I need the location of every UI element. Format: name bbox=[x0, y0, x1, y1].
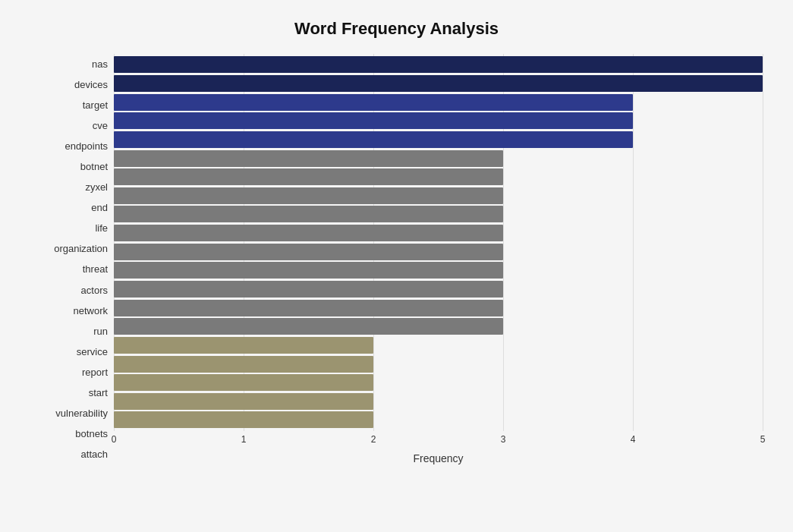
bar bbox=[114, 112, 633, 129]
bar bbox=[114, 318, 503, 335]
bar-row bbox=[114, 112, 763, 130]
bar-row bbox=[114, 392, 763, 411]
bar bbox=[114, 281, 503, 297]
bar bbox=[114, 150, 503, 167]
chart-container: Word Frequency Analysis nasdevicestarget… bbox=[0, 0, 793, 532]
bar bbox=[114, 206, 503, 222]
bar-row bbox=[114, 205, 763, 223]
y-label: cve bbox=[30, 115, 108, 136]
y-label: run bbox=[30, 321, 108, 342]
bar bbox=[114, 337, 373, 354]
y-label: devices bbox=[30, 74, 108, 95]
y-label: organization bbox=[30, 238, 108, 259]
x-tick: 4 bbox=[631, 434, 636, 445]
y-label: botnet bbox=[30, 156, 108, 177]
bar-row bbox=[114, 299, 763, 317]
x-axis-label: Frequency bbox=[114, 452, 763, 464]
y-label: end bbox=[30, 197, 108, 218]
bar bbox=[114, 300, 503, 316]
bar bbox=[114, 168, 503, 185]
bar bbox=[114, 374, 373, 391]
y-label: nas bbox=[30, 54, 108, 74]
bar-row bbox=[114, 74, 763, 93]
bar bbox=[114, 244, 503, 260]
bar-row bbox=[114, 336, 763, 354]
x-tick: 3 bbox=[501, 434, 506, 445]
y-label: service bbox=[30, 342, 108, 362]
bar-row bbox=[114, 168, 763, 186]
bar-row bbox=[114, 261, 763, 279]
grid-line bbox=[763, 54, 763, 431]
bar-row bbox=[114, 411, 763, 429]
x-tick: 2 bbox=[371, 434, 376, 445]
bar bbox=[114, 131, 633, 148]
bar-row bbox=[114, 373, 763, 392]
bars-area bbox=[114, 54, 763, 431]
y-label: vulnerability bbox=[30, 403, 108, 423]
bar-row bbox=[114, 93, 763, 112]
bar-row bbox=[114, 243, 763, 261]
y-label: target bbox=[30, 95, 108, 115]
bar bbox=[114, 225, 503, 241]
x-tick: 0 bbox=[112, 434, 117, 445]
bar-row bbox=[114, 317, 763, 335]
bar bbox=[114, 393, 373, 410]
bar bbox=[114, 356, 373, 373]
chart-area: nasdevicestargetcveendpointsbotnetzyxele… bbox=[30, 54, 763, 464]
bar-row bbox=[114, 187, 763, 205]
x-tick: 1 bbox=[241, 434, 247, 445]
x-axis: 012345 Frequency bbox=[114, 434, 763, 464]
y-label: life bbox=[30, 218, 108, 238]
x-tick: 5 bbox=[760, 434, 766, 445]
x-ticks: 012345 bbox=[114, 434, 763, 449]
y-axis: nasdevicestargetcveendpointsbotnetzyxele… bbox=[30, 54, 114, 464]
bar-row bbox=[114, 55, 763, 74]
bar bbox=[114, 411, 373, 428]
bar bbox=[114, 262, 503, 279]
y-label: botnets bbox=[30, 423, 108, 444]
y-label: network bbox=[30, 301, 108, 321]
bar bbox=[114, 75, 763, 92]
bar-row bbox=[114, 355, 763, 373]
bar-row bbox=[114, 280, 763, 298]
bar bbox=[114, 56, 763, 73]
bar bbox=[114, 187, 503, 204]
y-label: report bbox=[30, 362, 108, 382]
y-label: start bbox=[30, 382, 108, 403]
bars-and-x: 012345 Frequency bbox=[114, 54, 763, 464]
bar-row bbox=[114, 131, 763, 149]
y-label: actors bbox=[30, 280, 108, 301]
bar bbox=[114, 94, 633, 111]
y-label: attach bbox=[30, 444, 108, 464]
y-label: endpoints bbox=[30, 136, 108, 156]
chart-title: Word Frequency Analysis bbox=[30, 15, 763, 39]
bar-row bbox=[114, 224, 763, 242]
y-label: zyxel bbox=[30, 177, 108, 197]
y-label: threat bbox=[30, 259, 108, 279]
bar-row bbox=[114, 150, 763, 168]
bars-rows bbox=[114, 54, 763, 431]
